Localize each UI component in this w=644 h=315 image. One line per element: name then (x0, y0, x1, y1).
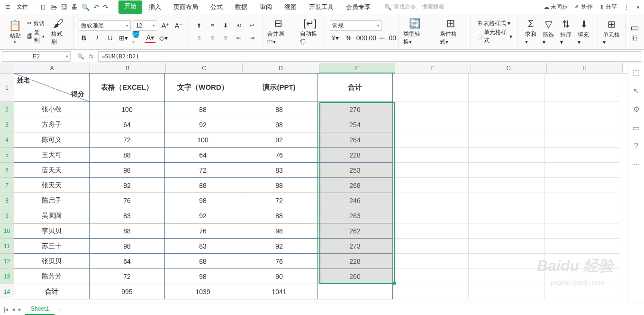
number-format-select[interactable]: 常规▾ (330, 20, 382, 31)
cell-d6[interactable]: 83 (241, 162, 317, 178)
cell-c6[interactable]: 72 (164, 162, 241, 178)
cell-c3[interactable]: 92 (164, 117, 241, 132)
cell-f8[interactable] (393, 193, 469, 208)
fx-icon[interactable]: fx (89, 53, 93, 60)
cell-d4[interactable]: 92 (241, 132, 317, 148)
cell-g7[interactable] (469, 178, 544, 193)
col-header-b[interactable]: B (90, 63, 166, 73)
preview-icon[interactable]: 🔍 (82, 3, 90, 11)
merge-center-button[interactable]: ⊟ 合并居中▾ (263, 14, 295, 49)
row-header-3[interactable]: 3 (0, 117, 14, 132)
percent-icon[interactable]: % (343, 33, 354, 43)
cell-c1[interactable]: 文字（WORD） (164, 73, 241, 102)
cell-g13[interactable] (469, 269, 544, 284)
paste-button[interactable]: 📋 粘贴▾ (5, 18, 25, 46)
sidebar-help-icon[interactable]: ? (634, 142, 638, 150)
cell-d13[interactable]: 90 (241, 269, 317, 284)
cut-button[interactable]: ✂剪切 (27, 19, 45, 28)
bold-icon[interactable]: B (79, 33, 89, 43)
collab-button[interactable]: ಠ 协作 (574, 3, 593, 11)
cell-g12[interactable] (469, 254, 544, 269)
cell-d2[interactable]: 88 (241, 102, 317, 117)
row-header-11[interactable]: 11 (0, 239, 14, 254)
cell-h6[interactable] (544, 163, 620, 178)
select-all-corner[interactable] (0, 63, 14, 73)
fill-button[interactable]: ⬇填充▾ (575, 17, 592, 46)
filter-button[interactable]: ▽筛选▾ (540, 17, 557, 46)
add-sheet-icon[interactable]: + (58, 306, 62, 313)
row-header-10[interactable]: 10 (0, 223, 14, 239)
cell-f13[interactable] (393, 269, 469, 284)
cell-style-button[interactable]: ⬚单元格样式▾ (477, 28, 512, 45)
row-header-7[interactable]: 7 (0, 178, 14, 193)
tab-dev-tools[interactable]: 开发工具 (303, 0, 339, 14)
format-painter-button[interactable]: 🖌 格式刷 (47, 16, 69, 48)
cell-e10[interactable]: 262 (317, 223, 393, 239)
table-style-button[interactable]: ⊞表格样式▾ (477, 19, 512, 28)
row-header-6[interactable]: 6 (0, 163, 14, 178)
more-icon[interactable]: ⋮ (624, 4, 629, 10)
cell-f3[interactable] (393, 117, 469, 132)
wrap-icon[interactable]: ↵ (247, 20, 257, 31)
cell-f11[interactable] (393, 239, 469, 254)
cell-h7[interactable] (544, 178, 620, 193)
sheet-tab-active[interactable]: Sheet1 (25, 304, 54, 315)
cell-b9[interactable]: 83 (89, 208, 165, 223)
cell-d5[interactable]: 76 (241, 147, 317, 163)
cell-e4[interactable]: 264 (317, 132, 393, 148)
align-left-icon[interactable]: ≡ (194, 33, 204, 43)
cell-b1[interactable]: 表格（EXCEL） (89, 73, 165, 102)
tab-page-layout[interactable]: 页面布局 (168, 0, 204, 14)
tab-formula[interactable]: 公式 (205, 0, 228, 14)
row-header-8[interactable]: 8 (0, 193, 14, 208)
cell-a9[interactable]: 吴圆圆 (14, 208, 90, 223)
sheet-nav-prev-icon[interactable]: ◂ (12, 306, 15, 313)
cell-g11[interactable] (469, 239, 544, 254)
cell-f12[interactable] (393, 254, 469, 269)
cell-g2[interactable] (469, 102, 544, 117)
cell-b14[interactable]: 995 (89, 284, 165, 299)
align-bottom-icon[interactable]: ⬇ (220, 20, 231, 31)
cell-f2[interactable] (393, 102, 469, 117)
col-header-e[interactable]: E (319, 63, 395, 73)
name-box[interactable]: E2▾ (2, 51, 71, 62)
row-header-1[interactable]: 1 (0, 74, 14, 102)
cell-b2[interactable]: 100 (89, 102, 165, 117)
cell-b6[interactable]: 98 (89, 162, 165, 178)
cell-c8[interactable]: 98 (164, 193, 241, 208)
copy-button[interactable]: 🗐复制▾ (27, 28, 45, 45)
formula-input[interactable]: =SUM(B2:D2) (98, 51, 641, 62)
fill-color-icon[interactable]: 🪣▾ (132, 33, 142, 43)
cell-c11[interactable]: 83 (164, 238, 241, 254)
cancel-formula-icon[interactable]: 🔍 (77, 53, 84, 60)
cell-g8[interactable] (469, 193, 544, 208)
cell-h11[interactable] (544, 239, 620, 254)
cond-format-button[interactable]: ⊞ 条件格式▾ (436, 16, 465, 48)
border-icon[interactable]: ⊞▾ (118, 33, 129, 43)
cell-h3[interactable] (544, 117, 620, 132)
indent-right-icon[interactable]: ⇥ (247, 33, 257, 43)
sidebar-select-icon[interactable]: ⬚ (633, 68, 640, 77)
cell-d12[interactable]: 76 (241, 253, 317, 269)
spreadsheet-grid[interactable]: A B C D E F G H 1 姓名 得分 表格（EXCEL） 文字（WOR… (0, 63, 628, 303)
collapse-ribbon-icon[interactable]: ∧ (636, 4, 640, 10)
cell-e8[interactable]: 246 (317, 193, 393, 208)
cell-a8[interactable]: 陈启子 (14, 193, 90, 208)
cell-h5[interactable] (544, 148, 620, 163)
cell-h14[interactable] (544, 284, 620, 299)
tab-review[interactable]: 审阅 (254, 0, 278, 14)
cell-c13[interactable]: 98 (164, 269, 241, 284)
cell-e9[interactable]: 263 (317, 208, 393, 223)
sheet-nav-next-icon[interactable]: ▸ (18, 306, 21, 313)
row-header-2[interactable]: 2 (0, 102, 14, 117)
cell-c5[interactable]: 64 (164, 147, 241, 163)
cell-h12[interactable] (544, 254, 620, 269)
cell-a4[interactable]: 陈可义 (14, 132, 90, 148)
cell-f6[interactable] (393, 163, 469, 178)
cell-e7[interactable]: 268 (317, 177, 393, 193)
cell-a12[interactable]: 张贝贝 (14, 253, 90, 269)
align-middle-icon[interactable]: ≡ (207, 20, 218, 31)
cell-c9[interactable]: 92 (164, 208, 241, 223)
row-header-4[interactable]: 4 (0, 132, 14, 148)
font-color-icon[interactable]: A▾ (145, 33, 155, 43)
